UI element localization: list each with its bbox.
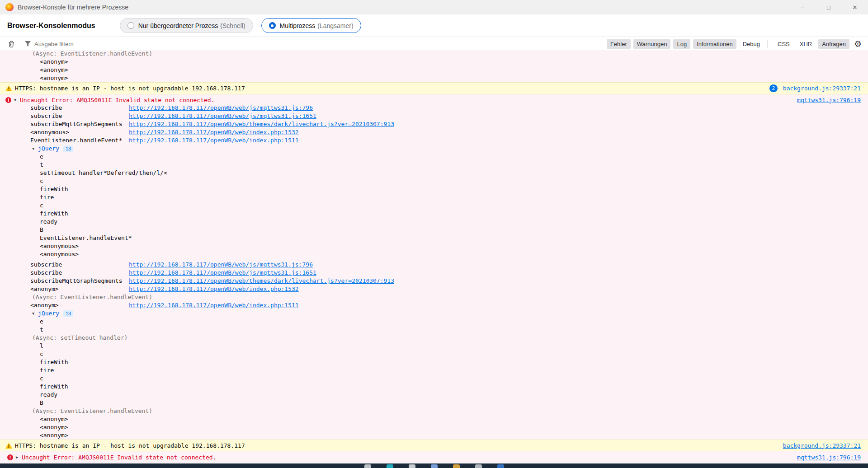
frame-source-link[interactable]: http://192.168.178.117/openWB/web/themes… [129,277,394,285]
group-frame: <anonym> [0,415,868,423]
frame-function: subscribeMqttGraphSegments [30,277,129,285]
chevron-right-icon[interactable]: ▶ [16,455,22,459]
warning-icon [5,85,12,91]
stack-frame: <anonym>http://192.168.178.117/openWB/we… [0,285,868,293]
group-frame: t [0,161,868,169]
taskbar-icon[interactable] [475,464,482,468]
close-button[interactable]: ✕ [842,0,868,14]
stack-frame: subscribehttp://192.168.178.117/openWB/w… [0,104,868,112]
frame-source-link[interactable]: http://192.168.178.117/openWB/web/js/mqt… [129,269,316,277]
group-frame: l [0,342,868,350]
frame-source-link[interactable]: http://192.168.178.117/openWB/web/themes… [129,120,394,128]
async-frame: (Async: EventListener.handleEvent) [0,51,868,58]
source-link[interactable]: mqttws31.js:796:19 [797,454,861,461]
frame-function: subscribe [30,269,129,277]
chevron-down-icon[interactable]: ▼ [14,98,20,102]
source-link[interactable]: background.js:29337:21 [783,442,861,449]
firefox-icon [5,3,14,11]
console-warning: HTTPS: hostname is an IP - host is not u… [0,82,868,94]
stack-group-header[interactable]: ▼jQuery13 [0,309,868,318]
warning-text: HTTPS: hostname is an IP - host is not u… [15,85,245,92]
trash-icon [8,41,14,47]
stack-frame: <anonymous>http://192.168.178.117/openWB… [0,128,868,136]
error-text: Uncaught Error: AMQJS0011E Invalid state… [22,454,216,461]
filter-button-warnungen[interactable]: Warnungen [633,39,671,49]
chevron-down-icon[interactable]: ▼ [32,309,38,318]
group-frame: <anonym> [0,423,868,431]
console-mode-bar: Browser-Konsolenmodus Nur übergeordneter… [0,14,868,37]
radio-unchecked-icon[interactable] [127,22,134,29]
taskbar-icon[interactable] [409,464,415,468]
group-frame: c [0,350,868,358]
taskbar-icon[interactable] [497,464,504,468]
error-message-row: ▼Uncaught Error: AMQJS0011E Invalid stat… [0,94,868,104]
console-filter-bar: FehlerWarnungenLogInformationenDebugCSSX… [0,37,868,51]
radio-option-label: Multiprozess [280,22,316,29]
taskbar-icon[interactable] [364,464,371,468]
taskbar-icon[interactable] [431,464,438,468]
minimize-button[interactable]: – [789,0,816,14]
group-frame: setTimeout handler*Deferred/then/l/< [0,169,868,177]
chevron-down-icon[interactable]: ▼ [32,145,38,153]
toolbar-separator [21,40,21,48]
frame-source-link[interactable]: http://192.168.178.117/openWB/web/js/mqt… [129,112,316,120]
stack-group: ▼jQuery13et(Async: setTimeout handler)lc… [0,309,868,440]
maximize-button[interactable]: □ [816,0,842,14]
group-frame: e [0,318,868,326]
filter-buttons: FehlerWarnungenLogInformationenDebugCSSX… [604,39,849,49]
source-link[interactable]: mqttws31.js:796:19 [797,97,861,103]
frame-source-link[interactable]: http://192.168.178.117/openWB/web/index.… [129,285,299,293]
group-frame: fire [0,193,868,201]
taskbar-icon[interactable] [387,464,393,468]
filter-button-css[interactable]: CSS [774,39,793,49]
group-count-badge: 13 [63,145,73,152]
filter-button-debug[interactable]: Debug [739,39,764,49]
group-frame: <anonym> [0,431,868,440]
stack-group-header[interactable]: ▼jQuery13 [0,145,868,153]
frame-function: <anonymous> [30,128,129,136]
frame-source-link[interactable]: http://192.168.178.117/openWB/web/index.… [129,301,299,309]
filter-button-anfragen[interactable]: Anfragen [818,39,849,49]
settings-button[interactable]: ⚙ [854,40,862,48]
frame-source-link[interactable]: http://192.168.178.117/openWB/web/index.… [129,128,299,136]
console-warning: HTTPS: hostname is an IP - host is not u… [0,440,868,451]
source-link[interactable]: background.js:29337:21 [783,85,861,92]
filter-button-informationen[interactable]: Informationen [693,39,736,49]
stack-frame: subscribeMqttGraphSegmentshttp://192.168… [0,120,868,128]
filter-input[interactable] [34,41,604,47]
warning-icon [5,443,12,449]
radio-checked-icon[interactable] [269,22,276,29]
repeat-count-badge: 2 [769,84,778,92]
group-frame: <anonym> [0,58,868,66]
group-frame: ready [0,391,868,399]
radio-option-parent-process[interactable]: Nur übergeordneter Prozess (Schnell) [120,18,253,33]
group-frame: fireWith [0,383,868,391]
clear-console-button[interactable] [5,37,17,51]
frame-source-link[interactable]: http://192.168.178.117/openWB/web/index.… [129,136,299,145]
group-frame: fireWith [0,210,868,218]
frame-function: subscribeMqttGraphSegments [30,120,129,128]
console-error: ▼Uncaught Error: AMQJS0011E Invalid stat… [0,94,868,440]
filter-button-xhr[interactable]: XHR [796,39,816,49]
group-frame: <anonym> [0,66,868,74]
frame-source-link[interactable]: http://192.168.178.117/openWB/web/js/mqt… [129,104,313,112]
group-frame: c [0,201,868,210]
filter-button-log[interactable]: Log [673,39,690,49]
async-frame: (Async: EventListener.handleEvent) [0,293,868,301]
group-name[interactable]: jQuery [38,309,59,318]
async-frame: (Async: EventListener.handleEvent) [0,407,868,415]
frame-source-link[interactable]: http://192.168.178.117/openWB/web/js/mqt… [129,261,313,269]
stack-frame: EventListener.handleEvent*http://192.168… [0,136,868,145]
radio-option-multiprocess[interactable]: Multiprozess (Langsamer) [261,18,361,33]
async-frame: (Async: setTimeout handler) [0,334,868,342]
taskbar-icon[interactable] [453,464,460,468]
error-icon [5,97,11,103]
group-frame: ready [0,218,868,226]
group-name[interactable]: jQuery [38,145,59,153]
window-controls: – □ ✕ [789,0,868,14]
filter-icon [25,41,31,47]
group-frame: e [0,153,868,161]
window-title: Browser-Konsole für mehrere Prozesse [18,4,128,11]
filter-button-fehler[interactable]: Fehler [607,39,631,49]
toolbar-separator [767,40,768,48]
